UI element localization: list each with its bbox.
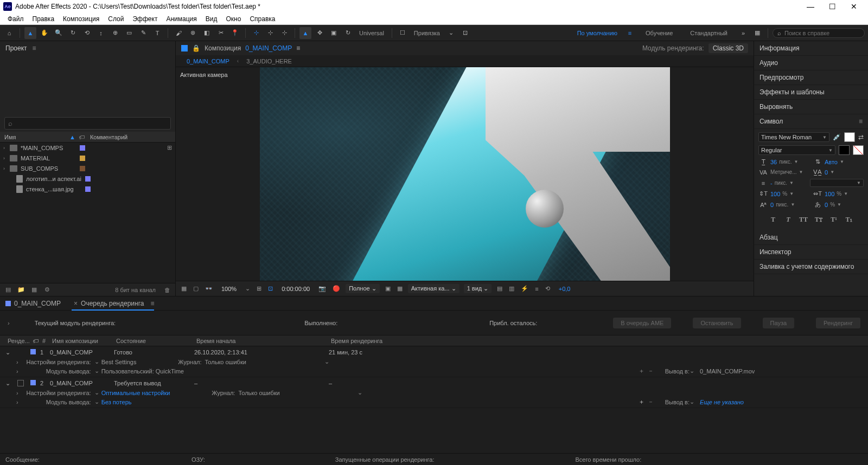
panel-toggle-icon[interactable]: ▦: [751, 27, 763, 39]
pen-tool[interactable]: ✎: [137, 27, 149, 39]
mask-icon[interactable]: 👓: [204, 285, 214, 292]
col-name[interactable]: Имя: [4, 134, 69, 140]
selection-alt-icon[interactable]: ▲: [299, 27, 311, 39]
panel-information[interactable]: Информация: [754, 41, 868, 56]
menu-help[interactable]: Справка: [245, 14, 279, 24]
dropdown-icon[interactable]: ⌄: [94, 358, 99, 365]
hscale-value[interactable]: 100: [825, 191, 834, 197]
expand-icon[interactable]: ›: [3, 156, 10, 161]
panel-content-aware[interactable]: Заливка с учетом содержимого: [754, 260, 868, 274]
tree-item[interactable]: › SUB_COMPS: [0, 163, 175, 173]
output-to-value[interactable]: Еще не указано: [700, 399, 863, 405]
col-num[interactable]: #: [40, 338, 50, 344]
roto-tool[interactable]: ✂: [215, 27, 227, 39]
home-icon[interactable]: ⌂: [3, 27, 15, 39]
brush-tool[interactable]: 🖌: [173, 27, 184, 39]
exposure-value[interactable]: +0,0: [556, 286, 574, 292]
transparency-icon[interactable]: ▢: [192, 285, 200, 292]
expand-icon[interactable]: ⌄: [5, 380, 11, 387]
pixel-aspect-icon[interactable]: ▥: [508, 285, 515, 292]
lock-icon[interactable]: 🔒: [192, 44, 200, 52]
move-icon[interactable]: ✥: [314, 27, 326, 39]
project-search-input[interactable]: [4, 117, 171, 130]
kerning-value[interactable]: Метриче...: [770, 169, 797, 175]
dropdown-icon[interactable]: ⌄: [690, 367, 694, 374]
tag-icon[interactable]: 🏷: [79, 134, 85, 140]
render-queue-item[interactable]: ⌄ 1 0_MAIN_COMP Готово 26.10.2020, 2:13:…: [0, 346, 868, 377]
maximize-button[interactable]: ☐: [826, 2, 839, 11]
render-button[interactable]: Рендеринг: [816, 318, 860, 328]
minimize-button[interactable]: —: [804, 2, 817, 11]
tsume-value[interactable]: 0: [825, 202, 828, 208]
tab-menu-icon[interactable]: ≡: [150, 300, 154, 307]
baseline-value[interactable]: 0: [770, 202, 774, 208]
pause-button[interactable]: Пауза: [763, 318, 795, 328]
menu-layer[interactable]: Слой: [104, 14, 128, 24]
dropdown-icon[interactable]: ⌄: [94, 398, 99, 405]
italic-button[interactable]: T: [782, 214, 794, 225]
superscript-button[interactable]: T¹: [828, 214, 840, 225]
col-duration[interactable]: Время рендеринга: [329, 338, 385, 344]
snap-opts-icon[interactable]: ⌄: [445, 27, 457, 39]
panel-preview[interactable]: Предпросмотр: [754, 70, 868, 85]
log-value[interactable]: Только ошибки: [205, 359, 314, 365]
timeline-icon[interactable]: ≡: [534, 286, 539, 292]
panel-menu-icon[interactable]: ≡: [33, 44, 36, 52]
help-search-input[interactable]: [784, 30, 860, 36]
shape-tool[interactable]: ▭: [123, 27, 135, 39]
timeline-tab[interactable]: 0_MAIN_COMP: [5, 300, 61, 307]
always-preview-icon[interactable]: ▦: [180, 285, 188, 292]
axis-view-icon[interactable]: ⊹: [278, 27, 290, 39]
col-comp-name[interactable]: Имя композиции: [50, 338, 114, 344]
close-tab-icon[interactable]: ×: [74, 300, 78, 307]
channel-icon[interactable]: 🔴: [331, 285, 341, 292]
expand-icon[interactable]: ›: [3, 145, 10, 151]
dropdown-icon[interactable]: ⌄: [358, 389, 362, 396]
resolution-select[interactable]: Полное ⌄: [346, 284, 380, 293]
remove-output-icon[interactable]: －: [648, 398, 654, 406]
rotation-tool[interactable]: ⟲: [81, 27, 93, 39]
fast-preview-icon[interactable]: ⚡: [520, 285, 529, 292]
swap-color-icon[interactable]: ⇄: [858, 133, 864, 141]
output-to-value[interactable]: 0_MAIN_COMP.mov: [700, 368, 863, 374]
panel-menu-icon[interactable]: ≡: [859, 118, 863, 125]
sort-icon[interactable]: ▲: [69, 134, 75, 140]
guides-icon[interactable]: ⊡: [267, 285, 274, 292]
output-module-value[interactable]: Пользовательский: QuickTime: [101, 368, 184, 374]
color-swatch[interactable]: [80, 156, 85, 161]
zoom-dropdown-icon[interactable]: ⌄: [244, 285, 251, 292]
grid-icon[interactable]: ⊞: [256, 285, 263, 292]
snap-checkbox[interactable]: ☐: [397, 27, 409, 39]
stroke-width-value[interactable]: -: [770, 180, 773, 186]
panel-align[interactable]: Выровнять: [754, 100, 868, 114]
menu-edit[interactable]: Правка: [28, 14, 59, 24]
camera-tool[interactable]: ↕: [95, 27, 107, 39]
expand-icon[interactable]: ⌄: [5, 349, 11, 356]
selection-tool[interactable]: ▲: [24, 27, 36, 39]
dropdown-icon[interactable]: ⌄: [94, 367, 99, 374]
render-queue-tab[interactable]: × Очередь рендеринга ≡: [72, 300, 154, 307]
bold-button[interactable]: T: [767, 214, 779, 225]
zoom-value[interactable]: 100%: [218, 286, 240, 292]
vscale-value[interactable]: 100: [770, 191, 780, 197]
workspace-menu-icon[interactable]: ≡: [624, 27, 636, 39]
help-search[interactable]: ⌕: [773, 28, 865, 38]
label-swatch[interactable]: [30, 349, 36, 354]
dropdown-icon[interactable]: ⌄: [94, 389, 99, 396]
panel-effects[interactable]: Эффекты и шаблоны: [754, 85, 868, 100]
close-button[interactable]: ✕: [847, 2, 860, 11]
color-swatch[interactable]: [80, 166, 85, 171]
render-checkbox[interactable]: [17, 380, 24, 386]
timecode[interactable]: 0:00:00:00: [278, 286, 313, 292]
text-tool[interactable]: T: [151, 27, 163, 39]
subscript-button[interactable]: T₁: [843, 214, 855, 225]
camera-select[interactable]: Активная ка... ⌄: [408, 284, 459, 293]
new-folder-icon[interactable]: 📁: [16, 285, 26, 295]
panel-character[interactable]: Символ ≡: [754, 114, 868, 129]
new-comp-icon[interactable]: ▦: [29, 285, 39, 295]
font-size-value[interactable]: 36: [770, 159, 777, 165]
dropdown-icon[interactable]: ⌄: [324, 358, 329, 365]
viewer-comp-name[interactable]: 0_MAIN_COMP: [245, 44, 292, 52]
no-color-swatch[interactable]: [853, 145, 864, 155]
expand-icon[interactable]: ›: [8, 320, 10, 326]
